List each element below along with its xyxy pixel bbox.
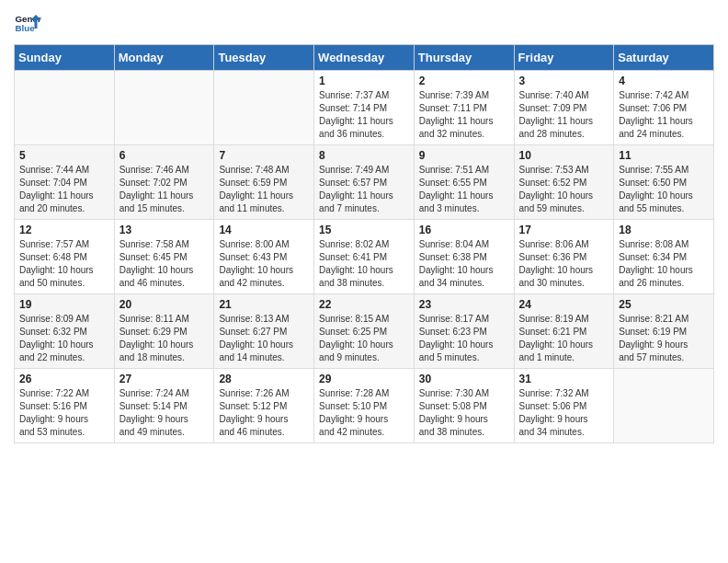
- day-number: 8: [319, 149, 409, 162]
- calendar-cell: 27Sunrise: 7:24 AM Sunset: 5:14 PM Dayli…: [114, 369, 214, 443]
- weekday-header-wednesday: Wednesday: [314, 45, 415, 71]
- calendar-cell: 24Sunrise: 8:19 AM Sunset: 6:21 PM Dayli…: [514, 294, 614, 369]
- day-number: 11: [619, 149, 709, 162]
- calendar-cell: [114, 71, 214, 145]
- svg-text:Blue: Blue: [16, 23, 36, 33]
- calendar-week-3: 12Sunrise: 7:57 AM Sunset: 6:48 PM Dayli…: [15, 220, 714, 294]
- day-info: Sunrise: 8:15 AM Sunset: 6:25 PM Dayligh…: [319, 313, 409, 364]
- day-number: 1: [319, 75, 409, 87]
- day-info: Sunrise: 7:48 AM Sunset: 6:59 PM Dayligh…: [219, 164, 309, 215]
- calendar-header-row: SundayMondayTuesdayWednesdayThursdayFrid…: [15, 45, 714, 71]
- day-info: Sunrise: 8:09 AM Sunset: 6:32 PM Dayligh…: [19, 313, 109, 364]
- day-info: Sunrise: 7:40 AM Sunset: 7:09 PM Dayligh…: [519, 89, 609, 141]
- day-number: 7: [219, 149, 309, 162]
- day-number: 29: [319, 373, 409, 385]
- calendar-cell: 14Sunrise: 8:00 AM Sunset: 6:43 PM Dayli…: [214, 220, 314, 294]
- weekday-header-monday: Monday: [114, 45, 214, 71]
- calendar-cell: 21Sunrise: 8:13 AM Sunset: 6:27 PM Dayli…: [214, 294, 314, 369]
- day-number: 18: [619, 224, 709, 236]
- day-number: 23: [419, 298, 509, 311]
- day-info: Sunrise: 8:02 AM Sunset: 6:41 PM Dayligh…: [319, 238, 409, 290]
- day-number: 31: [519, 373, 609, 385]
- day-info: Sunrise: 7:49 AM Sunset: 6:57 PM Dayligh…: [319, 164, 409, 215]
- day-number: 12: [19, 224, 109, 236]
- day-info: Sunrise: 7:44 AM Sunset: 7:04 PM Dayligh…: [19, 164, 109, 215]
- calendar-week-4: 19Sunrise: 8:09 AM Sunset: 6:32 PM Dayli…: [15, 294, 714, 369]
- calendar-cell: 23Sunrise: 8:17 AM Sunset: 6:23 PM Dayli…: [414, 294, 514, 369]
- day-number: 9: [419, 149, 509, 162]
- logo-icon: General Blue: [14, 9, 41, 37]
- weekday-header-tuesday: Tuesday: [214, 45, 314, 71]
- calendar-cell: 8Sunrise: 7:49 AM Sunset: 6:57 PM Daylig…: [314, 145, 415, 220]
- calendar-body: 1Sunrise: 7:37 AM Sunset: 7:14 PM Daylig…: [15, 71, 714, 443]
- day-number: 27: [119, 373, 210, 385]
- day-number: 16: [419, 224, 509, 236]
- calendar-cell: 3Sunrise: 7:40 AM Sunset: 7:09 PM Daylig…: [514, 71, 614, 145]
- day-number: 30: [419, 373, 509, 385]
- calendar-cell: 12Sunrise: 7:57 AM Sunset: 6:48 PM Dayli…: [15, 220, 115, 294]
- weekday-header-friday: Friday: [514, 45, 614, 71]
- calendar-cell: 18Sunrise: 8:08 AM Sunset: 6:34 PM Dayli…: [614, 220, 714, 294]
- day-number: 14: [219, 224, 309, 236]
- calendar-cell: 31Sunrise: 7:32 AM Sunset: 5:06 PM Dayli…: [514, 369, 614, 443]
- day-info: Sunrise: 8:19 AM Sunset: 6:21 PM Dayligh…: [519, 313, 609, 364]
- day-info: Sunrise: 7:42 AM Sunset: 7:06 PM Dayligh…: [619, 89, 709, 141]
- day-number: 20: [119, 298, 210, 311]
- day-info: Sunrise: 8:17 AM Sunset: 6:23 PM Dayligh…: [419, 313, 509, 364]
- weekday-header-saturday: Saturday: [614, 45, 714, 71]
- day-number: 4: [619, 75, 709, 87]
- calendar-cell: 26Sunrise: 7:22 AM Sunset: 5:16 PM Dayli…: [15, 369, 115, 443]
- day-info: Sunrise: 7:26 AM Sunset: 5:12 PM Dayligh…: [219, 387, 309, 439]
- day-number: 2: [419, 75, 509, 87]
- day-number: 6: [119, 149, 210, 162]
- day-number: 26: [19, 373, 109, 385]
- day-info: Sunrise: 8:06 AM Sunset: 6:36 PM Dayligh…: [519, 238, 609, 290]
- day-info: Sunrise: 7:53 AM Sunset: 6:52 PM Dayligh…: [519, 164, 609, 215]
- day-number: 13: [119, 224, 210, 236]
- day-info: Sunrise: 7:22 AM Sunset: 5:16 PM Dayligh…: [19, 387, 109, 439]
- calendar-cell: 6Sunrise: 7:46 AM Sunset: 7:02 PM Daylig…: [114, 145, 214, 220]
- day-number: 19: [19, 298, 109, 311]
- day-number: 10: [519, 149, 609, 162]
- calendar-cell: 11Sunrise: 7:55 AM Sunset: 6:50 PM Dayli…: [614, 145, 714, 220]
- calendar-cell: 13Sunrise: 7:58 AM Sunset: 6:45 PM Dayli…: [114, 220, 214, 294]
- day-info: Sunrise: 7:46 AM Sunset: 7:02 PM Dayligh…: [119, 164, 210, 215]
- calendar-cell: 29Sunrise: 7:28 AM Sunset: 5:10 PM Dayli…: [314, 369, 415, 443]
- calendar-cell: [214, 71, 314, 145]
- logo: General Blue: [14, 9, 41, 37]
- day-number: 22: [319, 298, 409, 311]
- calendar-cell: 7Sunrise: 7:48 AM Sunset: 6:59 PM Daylig…: [214, 145, 314, 220]
- day-number: 28: [219, 373, 309, 385]
- calendar-cell: 15Sunrise: 8:02 AM Sunset: 6:41 PM Dayli…: [314, 220, 415, 294]
- day-info: Sunrise: 7:30 AM Sunset: 5:08 PM Dayligh…: [419, 387, 509, 439]
- calendar-cell: 22Sunrise: 8:15 AM Sunset: 6:25 PM Dayli…: [314, 294, 415, 369]
- calendar-week-2: 5Sunrise: 7:44 AM Sunset: 7:04 PM Daylig…: [15, 145, 714, 220]
- calendar-cell: 1Sunrise: 7:37 AM Sunset: 7:14 PM Daylig…: [314, 71, 415, 145]
- page-header: General Blue: [14, 9, 714, 37]
- day-info: Sunrise: 8:04 AM Sunset: 6:38 PM Dayligh…: [419, 238, 509, 290]
- day-number: 15: [319, 224, 409, 236]
- day-info: Sunrise: 8:21 AM Sunset: 6:19 PM Dayligh…: [619, 313, 709, 364]
- calendar-cell: 10Sunrise: 7:53 AM Sunset: 6:52 PM Dayli…: [514, 145, 614, 220]
- weekday-header-thursday: Thursday: [414, 45, 514, 71]
- day-info: Sunrise: 7:57 AM Sunset: 6:48 PM Dayligh…: [19, 238, 109, 290]
- day-number: 17: [519, 224, 609, 236]
- calendar-week-1: 1Sunrise: 7:37 AM Sunset: 7:14 PM Daylig…: [15, 71, 714, 145]
- day-number: 25: [619, 298, 709, 311]
- day-info: Sunrise: 7:55 AM Sunset: 6:50 PM Dayligh…: [619, 164, 709, 215]
- day-info: Sunrise: 8:00 AM Sunset: 6:43 PM Dayligh…: [219, 238, 309, 290]
- day-info: Sunrise: 7:32 AM Sunset: 5:06 PM Dayligh…: [519, 387, 609, 439]
- calendar-cell: 9Sunrise: 7:51 AM Sunset: 6:55 PM Daylig…: [414, 145, 514, 220]
- day-number: 3: [519, 75, 609, 87]
- calendar-cell: 30Sunrise: 7:30 AM Sunset: 5:08 PM Dayli…: [414, 369, 514, 443]
- day-info: Sunrise: 7:58 AM Sunset: 6:45 PM Dayligh…: [119, 238, 210, 290]
- calendar-week-5: 26Sunrise: 7:22 AM Sunset: 5:16 PM Dayli…: [15, 369, 714, 443]
- day-info: Sunrise: 7:28 AM Sunset: 5:10 PM Dayligh…: [319, 387, 409, 439]
- calendar-cell: 17Sunrise: 8:06 AM Sunset: 6:36 PM Dayli…: [514, 220, 614, 294]
- calendar-cell: 28Sunrise: 7:26 AM Sunset: 5:12 PM Dayli…: [214, 369, 314, 443]
- calendar-table: SundayMondayTuesdayWednesdayThursdayFrid…: [14, 44, 714, 443]
- calendar-cell: 19Sunrise: 8:09 AM Sunset: 6:32 PM Dayli…: [15, 294, 115, 369]
- calendar-cell: 16Sunrise: 8:04 AM Sunset: 6:38 PM Dayli…: [414, 220, 514, 294]
- day-info: Sunrise: 8:08 AM Sunset: 6:34 PM Dayligh…: [619, 238, 709, 290]
- day-info: Sunrise: 7:37 AM Sunset: 7:14 PM Dayligh…: [319, 89, 409, 141]
